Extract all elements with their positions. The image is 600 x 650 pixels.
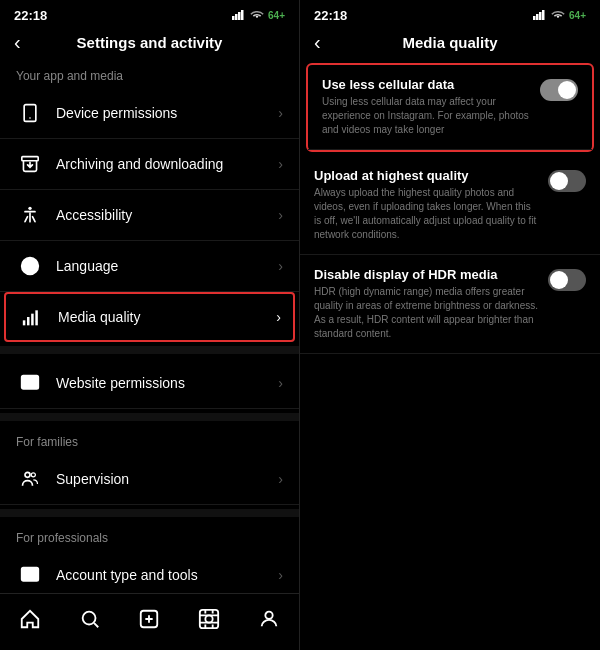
cellular-toggle-knob bbox=[558, 81, 576, 99]
cellular-info: Use less cellular data Using less cellul… bbox=[322, 77, 532, 137]
svg-rect-26 bbox=[533, 16, 536, 20]
section-label-professionals: For professionals bbox=[0, 521, 299, 550]
svg-rect-2 bbox=[238, 12, 241, 20]
svg-rect-6 bbox=[22, 157, 38, 161]
hdr-toggle[interactable] bbox=[548, 269, 586, 291]
svg-rect-1 bbox=[235, 14, 238, 20]
svg-point-14 bbox=[24, 377, 25, 378]
setting-row-upload: Upload at highest quality Always upload … bbox=[314, 168, 586, 242]
svg-rect-23 bbox=[200, 610, 218, 628]
svg-rect-4 bbox=[24, 105, 36, 122]
section-label-app-media: Your app and media bbox=[0, 59, 299, 88]
website-label: Website permissions bbox=[56, 375, 278, 391]
battery-icon-left: 64+ bbox=[268, 10, 285, 21]
nav-header-right: ‹ Media quality bbox=[300, 28, 600, 59]
page-title-right: Media quality bbox=[402, 34, 497, 51]
svg-rect-10 bbox=[27, 317, 30, 325]
nav-add[interactable] bbox=[129, 604, 169, 634]
account-tools-chevron: › bbox=[278, 567, 283, 583]
status-icons-right: 64+ bbox=[533, 9, 586, 22]
upload-toggle-knob bbox=[550, 172, 568, 190]
settings-item-supervision[interactable]: Supervision › bbox=[0, 454, 299, 505]
right-panel: 22:18 64+ ‹ Media quality bbox=[300, 0, 600, 650]
setting-row-hdr: Disable display of HDR media HDR (high d… bbox=[314, 267, 586, 341]
signal-icon-left bbox=[232, 9, 246, 22]
supervision-chevron: › bbox=[278, 471, 283, 487]
nav-reels[interactable] bbox=[189, 604, 229, 634]
settings-scroll[interactable]: Your app and media Device permissions › bbox=[0, 59, 299, 593]
hdr-desc: HDR (high dynamic range) media offers gr… bbox=[314, 285, 540, 341]
status-bar-right: 22:18 64+ bbox=[300, 0, 600, 28]
battery-icon-right: 64+ bbox=[569, 10, 586, 21]
settings-item-account-tools[interactable]: Account type and tools › bbox=[0, 550, 299, 593]
device-icon bbox=[16, 99, 44, 127]
back-button-right[interactable]: ‹ bbox=[314, 31, 321, 54]
svg-rect-9 bbox=[23, 320, 26, 325]
upload-toggle[interactable] bbox=[548, 170, 586, 192]
settings-item-accessibility[interactable]: Accessibility › bbox=[0, 190, 299, 241]
svg-point-25 bbox=[265, 612, 272, 619]
section-label-families: For families bbox=[0, 425, 299, 454]
account-tools-label: Account type and tools bbox=[56, 567, 278, 583]
signal-icon-right bbox=[533, 9, 547, 22]
settings-item-website[interactable]: Website permissions › bbox=[0, 358, 299, 409]
archive-label: Archiving and downloading bbox=[56, 156, 278, 172]
website-chevron: › bbox=[278, 375, 283, 391]
setting-block-hdr: Disable display of HDR media HDR (high d… bbox=[300, 255, 600, 354]
wifi-icon-right bbox=[551, 9, 565, 22]
supervision-label: Supervision bbox=[56, 471, 278, 487]
archive-chevron: › bbox=[278, 156, 283, 172]
settings-item-device[interactable]: Device permissions › bbox=[0, 88, 299, 139]
nav-header-left: ‹ Settings and activity bbox=[0, 28, 299, 59]
left-panel: 22:18 64+ ‹ Settings and bbox=[0, 0, 300, 650]
nav-profile[interactable] bbox=[249, 604, 289, 634]
supervision-icon bbox=[16, 465, 44, 493]
cellular-name: Use less cellular data bbox=[322, 77, 532, 92]
svg-rect-11 bbox=[31, 314, 34, 326]
wifi-icon-left bbox=[250, 9, 264, 22]
upload-desc: Always upload the highest quality photos… bbox=[314, 186, 540, 242]
status-bar-left: 22:18 64+ bbox=[0, 0, 299, 28]
setting-block-cellular-wrapper: Use less cellular data Using less cellul… bbox=[306, 63, 594, 152]
hdr-toggle-knob bbox=[550, 271, 568, 289]
accessibility-icon bbox=[16, 201, 44, 229]
svg-rect-0 bbox=[232, 16, 235, 20]
divider-3 bbox=[0, 509, 299, 517]
nav-home[interactable] bbox=[10, 604, 50, 634]
bottom-nav-left bbox=[0, 593, 299, 650]
nav-search[interactable] bbox=[70, 604, 110, 634]
svg-point-21 bbox=[82, 612, 95, 625]
upload-name: Upload at highest quality bbox=[314, 168, 540, 183]
setting-block-upload: Upload at highest quality Always upload … bbox=[300, 156, 600, 255]
cellular-desc: Using less cellular data may affect your… bbox=[322, 95, 532, 137]
settings-item-archive[interactable]: Archiving and downloading › bbox=[0, 139, 299, 190]
svg-rect-29 bbox=[542, 10, 545, 20]
svg-point-16 bbox=[25, 472, 30, 477]
language-chevron: › bbox=[278, 258, 283, 274]
svg-point-7 bbox=[28, 207, 31, 210]
settings-item-language[interactable]: Language › bbox=[0, 241, 299, 292]
svg-rect-3 bbox=[241, 10, 244, 20]
time-left: 22:18 bbox=[14, 8, 47, 23]
device-chevron: › bbox=[278, 105, 283, 121]
setting-block-cellular: Use less cellular data Using less cellul… bbox=[308, 65, 592, 150]
svg-rect-27 bbox=[536, 14, 539, 20]
cellular-toggle[interactable] bbox=[540, 79, 578, 101]
language-icon bbox=[16, 252, 44, 280]
divider-1 bbox=[0, 346, 299, 354]
website-icon bbox=[16, 369, 44, 397]
accessibility-chevron: › bbox=[278, 207, 283, 223]
media-quality-label: Media quality bbox=[58, 309, 276, 325]
back-button-left[interactable]: ‹ bbox=[14, 31, 21, 54]
media-quality-icon bbox=[18, 303, 46, 331]
account-tools-icon bbox=[16, 561, 44, 589]
archive-icon bbox=[16, 150, 44, 178]
setting-row-cellular: Use less cellular data Using less cellul… bbox=[322, 77, 578, 137]
page-title-left: Settings and activity bbox=[77, 34, 223, 51]
hdr-info: Disable display of HDR media HDR (high d… bbox=[314, 267, 540, 341]
language-label: Language bbox=[56, 258, 278, 274]
settings-item-media-quality[interactable]: Media quality › bbox=[4, 292, 295, 342]
svg-point-5 bbox=[29, 117, 31, 119]
svg-rect-12 bbox=[35, 310, 38, 325]
svg-rect-28 bbox=[539, 12, 542, 20]
